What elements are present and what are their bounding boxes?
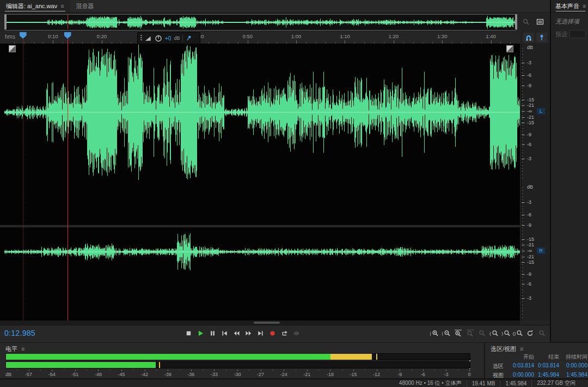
zoom-last-button[interactable]	[536, 328, 548, 338]
db-major-tick	[522, 251, 525, 251]
meter-minor-tick	[226, 370, 226, 371]
current-time-display[interactable]: 0:12.985	[4, 329, 35, 337]
zoom-selection-out-button[interactable]	[464, 328, 476, 338]
meter-minor-tick	[180, 370, 180, 371]
db-minor-tick	[522, 234, 523, 234]
fade-out-handle[interactable]	[506, 45, 513, 52]
status-bar: 48000 Hz • 16 位 • 立体声19.41 MB1:45.984232…	[0, 379, 588, 387]
snap-toggle-button[interactable]	[523, 33, 534, 43]
zoom-out-point-button[interactable]: )	[500, 328, 512, 338]
db-scale-label: -∞	[527, 248, 532, 253]
overview-zoom-icon[interactable]	[520, 17, 531, 27]
skip-to-end-button[interactable]	[255, 328, 266, 338]
fast-forward-button[interactable]	[243, 328, 254, 338]
db-scale-L: dB-3-6-9-15-21-∞-21-15-9-6-3L	[522, 44, 549, 181]
fade-in-handle[interactable]	[9, 45, 16, 52]
stop-button[interactable]	[183, 328, 194, 338]
db-minor-tick	[522, 314, 523, 315]
view-end-value[interactable]: 1:45.984	[534, 372, 559, 379]
horizontal-scrollbar[interactable]	[0, 321, 520, 325]
db-scale-label: -3	[527, 295, 531, 301]
db-minor-tick	[522, 162, 523, 162]
db-minor-tick	[522, 252, 523, 253]
status-item-0: 48000 Hz • 16 位 • 立体声	[394, 379, 467, 387]
loop-playback-button[interactable]	[279, 328, 290, 338]
view-start-value[interactable]: 0:00.000	[505, 372, 534, 379]
overview-strip[interactable]	[4, 14, 517, 31]
meter-tick	[469, 370, 470, 371]
view-duration-value[interactable]: 1:45.984	[559, 372, 587, 379]
tab-editor[interactable]: 编辑器: ai_anc.wav ≡	[0, 0, 70, 12]
play-button[interactable]	[195, 328, 206, 338]
db-minor-tick	[522, 231, 523, 231]
zoom-both-points-button[interactable]: ()	[512, 328, 524, 338]
zoom-in-button[interactable]: |	[428, 328, 440, 338]
db-minor-tick	[522, 277, 523, 277]
waveform-display[interactable]	[0, 44, 520, 321]
meter-tick	[191, 370, 192, 371]
db-minor-tick	[522, 240, 523, 240]
db-minor-tick	[522, 199, 523, 200]
meter-tick	[423, 370, 424, 371]
db-scale-label: -15	[527, 237, 534, 242]
db-minor-tick	[522, 206, 523, 207]
col-end: 结束	[534, 353, 559, 361]
transport-bar: 0:12.985 ||()()	[0, 325, 550, 342]
preset-label: 预设	[555, 31, 567, 39]
selection-duration-value[interactable]: 0:00.000	[559, 362, 587, 370]
meter-minor-tick	[17, 370, 17, 371]
essential-sound-menu-icon[interactable]: ≡	[583, 3, 586, 9]
hud-drag-handle[interactable]	[140, 35, 142, 41]
preset-dropdown[interactable]	[569, 30, 586, 38]
selection-view-menu-icon[interactable]: ≡	[520, 346, 523, 352]
scrollbar-grip[interactable]	[254, 322, 280, 324]
meter-scale-label: -3	[444, 372, 448, 377]
meter-tick	[52, 370, 52, 371]
levels-menu-icon[interactable]: ≡	[21, 346, 24, 352]
selection-indicator-line	[23, 39, 23, 321]
zoom-selection-button[interactable]	[452, 328, 464, 338]
essential-sound-tabbar: 基本声音 ≡	[551, 0, 588, 13]
db-scale-label: -∞	[527, 108, 532, 114]
record-button[interactable]	[267, 328, 278, 338]
db-scale-label: -9	[527, 132, 531, 137]
skip-to-start-button[interactable]	[219, 328, 230, 338]
channel-badge-l[interactable]: L	[537, 108, 545, 114]
db-minor-tick	[522, 203, 523, 203]
add-marker-button[interactable]	[536, 33, 547, 43]
db-minor-tick	[522, 190, 523, 191]
waveform-display-options-button[interactable]	[535, 17, 546, 27]
meter-tick	[307, 370, 308, 371]
zoom-vertical-button[interactable]	[476, 328, 488, 338]
meter-scale-label: -54	[48, 372, 56, 377]
meter-green-fill	[6, 362, 156, 368]
db-minor-tick	[522, 178, 523, 178]
levels-title: 电平	[5, 345, 17, 353]
channel-badge-r[interactable]: R	[537, 247, 545, 254]
selection-start-value[interactable]: 0:03.814	[505, 362, 534, 370]
skip-selection-button[interactable]	[291, 328, 302, 338]
gain-value[interactable]: +0	[165, 35, 171, 41]
meter-minor-tick	[203, 370, 203, 371]
rewind-button[interactable]	[231, 328, 242, 338]
meter-tick	[98, 370, 99, 371]
zoom-reset-button[interactable]	[524, 328, 536, 338]
hud-pin-icon[interactable]	[186, 35, 192, 41]
pause-button[interactable]	[207, 328, 218, 338]
volume-hud[interactable]: +0 dB	[137, 32, 200, 44]
selection-end-value[interactable]: 0:03.814	[534, 362, 559, 370]
tab-mixer[interactable]: 混音器	[70, 0, 100, 12]
overview-range-handle-left[interactable]	[4, 14, 7, 29]
timeline-ruler[interactable]: hms 0:100:200:300:400:501:001:101:201:30…	[0, 32, 520, 44]
zoom-out-button[interactable]: |	[440, 328, 452, 338]
tab-essential-sound[interactable]: 基本声音 ≡	[551, 0, 588, 12]
hud-separator	[182, 35, 183, 42]
zoom-in-point-button[interactable]: (	[488, 328, 500, 338]
overview-range-handle-right[interactable]	[515, 14, 517, 29]
gain-knob-icon[interactable]	[155, 34, 162, 42]
meter-tick	[284, 370, 284, 371]
play-icon	[197, 330, 204, 337]
meter-minor-tick	[249, 370, 249, 371]
panel-menu-icon[interactable]: ≡	[60, 3, 64, 9]
meter-tick	[400, 370, 400, 371]
